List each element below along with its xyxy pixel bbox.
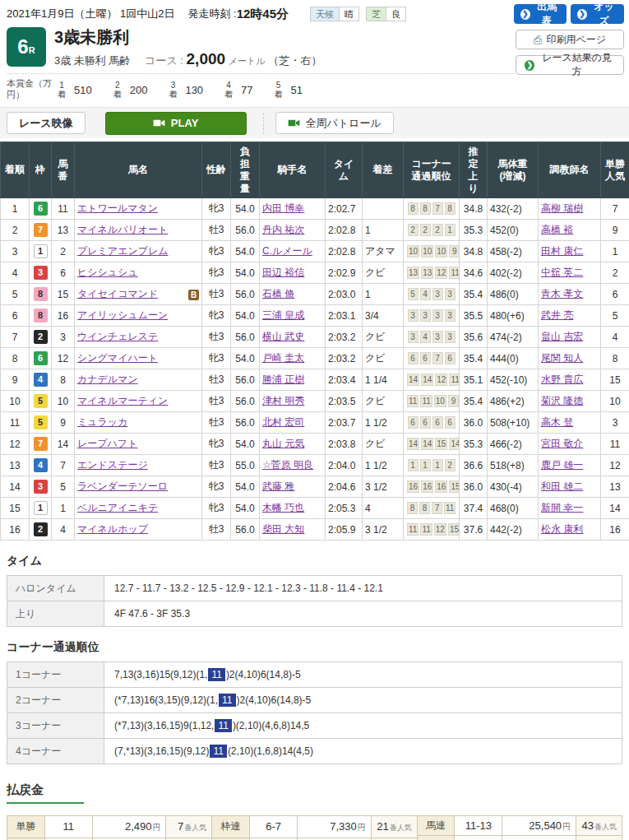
body-weight: 508(+10) bbox=[488, 412, 539, 434]
jockey-link[interactable]: 木幡 巧也 bbox=[262, 502, 304, 513]
horse-link[interactable]: レープハフト bbox=[77, 438, 137, 449]
horse-link[interactable]: ベルニアイニキテ bbox=[77, 502, 158, 513]
carried-weight: 54.0 bbox=[231, 262, 260, 284]
horse-link[interactable]: マイネルマーティン bbox=[77, 395, 168, 406]
jockey-link[interactable]: 横山 武史 bbox=[262, 331, 304, 342]
corner-order-text: (*7,13)(3,16,15)9(1,12, bbox=[114, 720, 214, 731]
body-weight: 468(0) bbox=[488, 498, 539, 519]
corner-positions: 16161615 bbox=[404, 476, 460, 498]
corner-position: 7 bbox=[432, 502, 442, 514]
trainer-link[interactable]: 菊沢 隆徳 bbox=[541, 395, 583, 406]
jockey-cell: 津村 明秀 bbox=[260, 391, 326, 412]
trainer-cell: 畠山 吉宏 bbox=[539, 327, 601, 348]
patrol-video-button[interactable]: 全周パトロール bbox=[275, 112, 394, 134]
table-row: 1624マイネルホップ牡356.0柴田 大知2:05.93 1/21111121… bbox=[1, 519, 629, 541]
popularity-suffix: 番人気 bbox=[594, 823, 617, 831]
margin: 3/4 bbox=[363, 305, 404, 327]
jockey-link[interactable]: 石橋 脩 bbox=[262, 288, 294, 299]
horse-link[interactable]: ラベンダーテソーロ bbox=[77, 480, 168, 492]
corner-position: 16 bbox=[421, 480, 433, 493]
margin: クビ bbox=[363, 327, 404, 348]
play-button[interactable]: PLAY bbox=[105, 112, 247, 135]
trainer-link[interactable]: 高柳 瑞樹 bbox=[541, 202, 583, 214]
corner-order: (*7,13)(3,16,15)9(1,12,11)(2,10)(4,6,8)1… bbox=[104, 713, 622, 739]
sex-age: 牡3 bbox=[202, 327, 231, 348]
corner-position: 3 bbox=[445, 331, 456, 343]
corner-positions: 88711 bbox=[404, 498, 460, 519]
last-3f: 37.4 bbox=[460, 498, 488, 519]
win-popularity: 15 bbox=[601, 369, 629, 391]
result-guide-button[interactable]: ❯ レース結果の見方 bbox=[516, 55, 624, 75]
last-3f: 35.3 bbox=[460, 434, 488, 455]
trainer-cell: 松永 康利 bbox=[539, 519, 601, 541]
horse-link[interactable]: ヒシシュシュ bbox=[77, 267, 138, 278]
trainer-link[interactable]: 新開 幸一 bbox=[541, 502, 583, 513]
corner-position: 11 bbox=[449, 374, 459, 386]
frame-badge: 2 bbox=[34, 330, 48, 344]
jockey-link[interactable]: 武藤 雅 bbox=[262, 480, 294, 492]
odds-button[interactable]: ❯ オッズ bbox=[571, 4, 624, 24]
horse-name-cell: シングマイハート bbox=[75, 348, 202, 369]
furlong-time-label: ハロンタイム bbox=[7, 576, 104, 601]
horse-link[interactable]: エトワールマタン bbox=[77, 202, 158, 214]
horse-link[interactable]: アイリッシュムーン bbox=[77, 309, 168, 321]
trainer-link[interactable]: 武井 亮 bbox=[541, 309, 573, 321]
jockey-link[interactable]: 勝浦 正樹 bbox=[262, 374, 304, 385]
jockey-link[interactable]: 丸山 元気 bbox=[262, 438, 304, 449]
horse-link[interactable]: マイネルホップ bbox=[77, 523, 148, 535]
finish-time: 2:03.1 bbox=[326, 305, 363, 327]
jockey-link[interactable]: ☆菅原 明良 bbox=[262, 459, 313, 471]
horse-link[interactable]: ミュラッカ bbox=[77, 416, 127, 428]
horse-link[interactable]: ウインチェレステ bbox=[77, 331, 158, 342]
corner-position: 14 bbox=[407, 438, 419, 450]
jockey-link[interactable]: 津村 明秀 bbox=[262, 395, 304, 406]
trainer-link[interactable]: 中舘 英二 bbox=[541, 267, 583, 278]
payout-amount: 2,490円 bbox=[92, 816, 166, 838]
trainer-link[interactable]: 尾関 知人 bbox=[541, 352, 583, 364]
last-3f: 36.0 bbox=[460, 412, 488, 434]
jockey-link[interactable]: 戸崎 圭太 bbox=[262, 352, 304, 364]
finish-position: 2 bbox=[1, 220, 30, 241]
horse-link[interactable]: シングマイハート bbox=[77, 352, 158, 364]
shutsuba-button[interactable]: ❯ 出馬表 bbox=[514, 4, 567, 24]
trainer-link[interactable]: 松永 康利 bbox=[541, 523, 583, 535]
table-row: 436ヒシシュシュ牝354.0田辺 裕信2:02.9クビ1313121134.6… bbox=[1, 262, 629, 284]
last-3f: 35.4 bbox=[460, 348, 488, 369]
horse-link[interactable]: カナデルマン bbox=[77, 374, 138, 385]
print-page-button[interactable]: ⎙ 印刷用ページ bbox=[516, 30, 624, 49]
prize-amount: 510 bbox=[74, 84, 92, 96]
jockey-link[interactable]: 北村 宏司 bbox=[262, 416, 304, 428]
trainer-link[interactable]: 青木 孝文 bbox=[541, 288, 583, 299]
jockey-link[interactable]: 柴田 大知 bbox=[262, 523, 304, 535]
furlong-time-value: 12.7 - 11.7 - 13.2 - 12.5 - 12.9 - 12.1 … bbox=[104, 576, 622, 601]
sex-age: 牡3 bbox=[202, 391, 231, 412]
trainer-cell: 鹿戸 雄一 bbox=[539, 455, 601, 476]
corner-position: 11 bbox=[444, 502, 456, 514]
trainer-link[interactable]: 鹿戸 雄一 bbox=[541, 459, 583, 471]
jockey-link[interactable]: 内田 博幸 bbox=[262, 202, 304, 214]
horse-link[interactable]: エンドステージ bbox=[77, 459, 148, 471]
corner-position: 11 bbox=[449, 267, 459, 279]
start-time: 12時45分 bbox=[237, 7, 289, 22]
trainer-link[interactable]: 田村 康仁 bbox=[541, 245, 583, 257]
trainer-link[interactable]: 高橋 裕 bbox=[541, 224, 573, 235]
frame-badge: 5 bbox=[34, 394, 48, 408]
horse-number: 3 bbox=[52, 327, 75, 348]
horse-link[interactable]: タイセイコマンド bbox=[77, 288, 158, 299]
trainer-link[interactable]: 高木 登 bbox=[541, 416, 573, 428]
jockey-link[interactable]: 田辺 裕信 bbox=[262, 267, 304, 278]
prize-rank: 3 着 bbox=[169, 81, 177, 99]
jockey-link[interactable]: 丹内 祐次 bbox=[262, 224, 304, 235]
trainer-link[interactable]: 畠山 吉宏 bbox=[541, 331, 583, 342]
trainer-link[interactable]: 水野 貴広 bbox=[541, 374, 583, 385]
jockey-link[interactable]: C.ルメール bbox=[262, 245, 312, 257]
jockey-link[interactable]: 三浦 皇成 bbox=[262, 309, 304, 321]
payout-table: 馬連11-1325,540円43番人気馬単11-1371,520円91番人気3連… bbox=[417, 815, 622, 840]
trainer-link[interactable]: 宮田 敬介 bbox=[541, 438, 583, 449]
frame-badge: 4 bbox=[34, 373, 48, 387]
margin: 1 bbox=[363, 220, 404, 241]
horse-link[interactable]: マイネルパリオート bbox=[77, 224, 168, 235]
trainer-link[interactable]: 和田 雄二 bbox=[541, 480, 583, 492]
race-video-button[interactable]: レース映像 bbox=[7, 112, 86, 134]
horse-link[interactable]: プレミアエンブレム bbox=[77, 245, 169, 257]
